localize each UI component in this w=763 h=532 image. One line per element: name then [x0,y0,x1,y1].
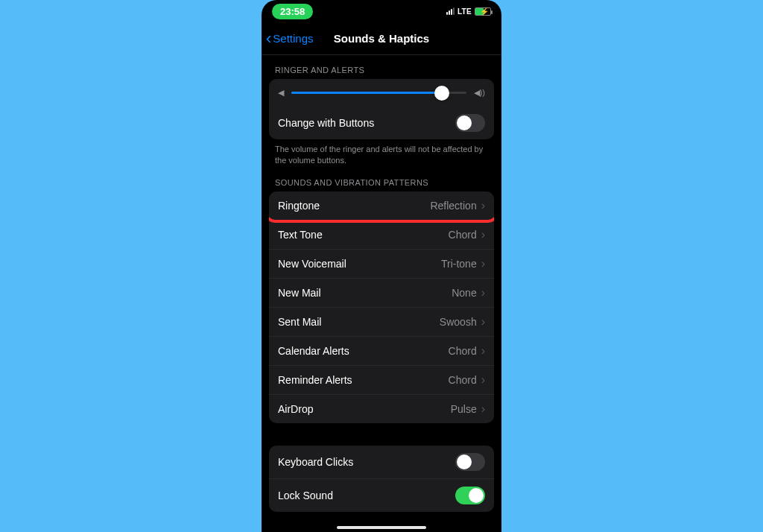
page-title: Sounds & Haptics [334,32,429,45]
sound-row-value: Swoosh› [440,315,485,329]
chevron-right-icon: › [481,344,485,358]
sound-row-label: Ringtone [278,200,320,212]
section-footer-ringer: The volume of the ringer and alerts will… [262,139,501,168]
sound-row-label: Reminder Alerts [278,374,352,386]
lock-sound-toggle[interactable] [455,487,485,504]
sound-row-text-tone[interactable]: Text ToneChord› [269,220,494,249]
status-bar: 23:58 LTE ⚡ [262,0,501,22]
chevron-right-icon: › [481,286,485,300]
status-time: 23:58 [280,6,305,17]
cellular-signal-icon [446,7,455,15]
network-type: LTE [458,7,472,16]
sound-row-new-mail[interactable]: New MailNone› [269,278,494,307]
sound-row-label: New Voicemail [278,258,346,270]
status-time-pill[interactable]: 23:58 [272,4,313,19]
phone-frame: 23:58 LTE ⚡ ‹ Settings Sounds & Haptics … [262,0,501,532]
battery-icon: ⚡ [475,7,491,16]
navigation-bar: ‹ Settings Sounds & Haptics [262,22,501,55]
sound-row-value: Tri-tone› [441,257,485,270]
chevron-right-icon: › [481,257,485,270]
sound-row-label: Calendar Alerts [278,345,349,357]
keyboard-clicks-toggle[interactable] [455,453,485,471]
sound-row-value: None› [452,286,485,300]
section-header-ringer: RINGER AND ALERTS [262,55,501,79]
sound-row-value: Pulse› [451,402,485,416]
group-sounds: RingtoneReflection›Text ToneChord›New Vo… [269,191,494,423]
section-header-sounds: SOUNDS AND VIBRATION PATTERNS [262,168,501,191]
sound-row-sent-mail[interactable]: Sent MailSwoosh› [269,307,494,336]
ringer-volume-row: ◀ ◀)) [269,79,494,107]
chevron-left-icon: ‹ [266,31,271,47]
sound-row-airdrop[interactable]: AirDropPulse› [269,394,494,423]
change-with-buttons-label: Change with Buttons [278,117,374,129]
volume-high-icon: ◀)) [474,88,485,98]
sound-row-value: Chord› [449,228,485,241]
lock-sound-label: Lock Sound [278,490,333,501]
slider-fill [291,92,442,94]
back-button[interactable]: ‹ Settings [266,31,314,47]
back-label: Settings [273,32,313,45]
sound-row-reminder-alerts[interactable]: Reminder AlertsChord› [269,365,494,394]
home-indicator[interactable] [337,526,426,529]
lock-sound-row: Lock Sound [269,478,494,512]
sound-row-label: AirDrop [278,403,313,415]
sound-row-value: Chord› [449,373,485,387]
chevron-right-icon: › [481,228,485,241]
sound-row-label: Sent Mail [278,316,321,328]
status-right: LTE ⚡ [446,7,491,16]
sound-row-label: Text Tone [278,229,323,241]
content-scroll[interactable]: RINGER AND ALERTS ◀ ◀)) Change with Butt… [262,55,501,532]
change-with-buttons-row: Change with Buttons [269,107,494,139]
chevron-right-icon: › [481,199,485,212]
charging-icon: ⚡ [480,7,489,16]
sound-row-calendar-alerts[interactable]: Calendar AlertsChord› [269,336,494,365]
sound-row-value: Chord› [449,344,485,358]
sound-row-label: New Mail [278,287,321,299]
keyboard-clicks-label: Keyboard Clicks [278,456,353,468]
group-keyboard-lock: Keyboard Clicks Lock Sound [269,446,494,512]
change-with-buttons-toggle[interactable] [455,114,485,132]
chevron-right-icon: › [481,315,485,329]
sound-row-ringtone[interactable]: RingtoneReflection› [269,191,494,220]
group-ringer: ◀ ◀)) Change with Buttons [269,79,494,139]
chevron-right-icon: › [481,373,485,387]
sound-row-value: Reflection› [430,199,485,212]
slider-thumb[interactable] [434,86,449,101]
volume-low-icon: ◀ [278,88,284,98]
sound-row-new-voicemail[interactable]: New VoicemailTri-tone› [269,249,494,278]
keyboard-clicks-row: Keyboard Clicks [269,446,494,478]
ringer-volume-slider[interactable] [291,92,466,94]
chevron-right-icon: › [481,402,485,416]
